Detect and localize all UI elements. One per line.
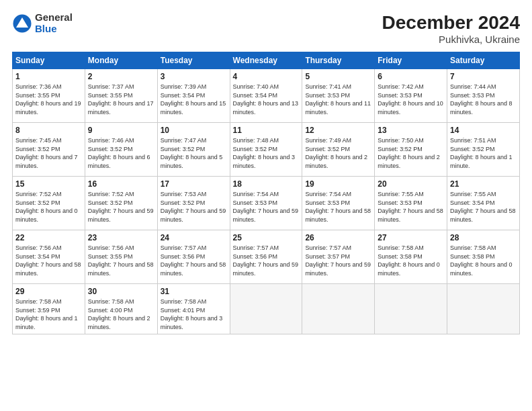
calendar-cell: 18 Sunrise: 7:54 AM Sunset: 3:53 PM Dayl… [230, 177, 302, 230]
day-info: Sunrise: 7:40 AM Sunset: 3:54 PM Dayligh… [233, 83, 300, 116]
calendar-cell: 21 Sunrise: 7:55 AM Sunset: 3:54 PM Dayl… [447, 177, 520, 230]
calendar-cell: 1 Sunrise: 7:36 AM Sunset: 3:55 PM Dayli… [13, 69, 85, 123]
day-info: Sunrise: 7:56 AM Sunset: 3:54 PM Dayligh… [15, 244, 82, 277]
day-info: Sunrise: 7:58 AM Sunset: 3:58 PM Dayligh… [450, 244, 517, 277]
day-number: 17 [161, 179, 227, 189]
day-number: 26 [305, 233, 371, 242]
calendar-cell: 3 Sunrise: 7:39 AM Sunset: 3:54 PM Dayli… [157, 69, 230, 123]
day-number: 11 [233, 126, 300, 135]
col-saturday: Saturday [447, 52, 520, 69]
calendar-cell: 31 Sunrise: 7:58 AM Sunset: 4:01 PM Dayl… [157, 284, 230, 334]
day-info: Sunrise: 7:42 AM Sunset: 3:53 PM Dayligh… [378, 83, 444, 116]
day-info: Sunrise: 7:55 AM Sunset: 3:54 PM Dayligh… [450, 190, 517, 224]
logo-icon [12, 13, 32, 34]
day-number: 22 [15, 233, 82, 242]
header: General Blue December 2024 Pukhivka, Ukr… [12, 12, 520, 45]
calendar-cell: 15 Sunrise: 7:52 AM Sunset: 3:52 PM Dayl… [13, 177, 85, 230]
calendar-cell: 13 Sunrise: 7:50 AM Sunset: 3:52 PM Dayl… [375, 123, 447, 177]
day-number: 15 [15, 179, 82, 189]
logo-text: General Blue [35, 12, 73, 34]
day-number: 30 [88, 287, 154, 296]
day-info: Sunrise: 7:41 AM Sunset: 3:53 PM Dayligh… [305, 83, 371, 116]
calendar-cell: 19 Sunrise: 7:54 AM Sunset: 3:53 PM Dayl… [302, 177, 375, 230]
day-number: 28 [450, 233, 517, 242]
day-number: 6 [378, 72, 444, 81]
calendar-cell: 22 Sunrise: 7:56 AM Sunset: 3:54 PM Dayl… [13, 230, 85, 284]
calendar-cell: 5 Sunrise: 7:41 AM Sunset: 3:53 PM Dayli… [302, 69, 375, 123]
calendar-cell: 7 Sunrise: 7:44 AM Sunset: 3:53 PM Dayli… [447, 69, 520, 123]
day-info: Sunrise: 7:46 AM Sunset: 3:52 PM Dayligh… [88, 136, 154, 170]
day-number: 7 [450, 72, 517, 81]
calendar-cell: 12 Sunrise: 7:49 AM Sunset: 3:52 PM Dayl… [302, 123, 375, 177]
calendar-cell: 24 Sunrise: 7:57 AM Sunset: 3:56 PM Dayl… [157, 230, 230, 284]
calendar-cell [447, 284, 520, 334]
calendar-cell: 25 Sunrise: 7:57 AM Sunset: 3:56 PM Dayl… [230, 230, 302, 284]
col-thursday: Thursday [302, 52, 375, 69]
day-info: Sunrise: 7:49 AM Sunset: 3:52 PM Dayligh… [305, 136, 371, 170]
col-wednesday: Wednesday [230, 52, 302, 69]
calendar-cell [302, 284, 375, 334]
day-info: Sunrise: 7:45 AM Sunset: 3:52 PM Dayligh… [15, 136, 82, 170]
day-info: Sunrise: 7:58 AM Sunset: 3:58 PM Dayligh… [378, 244, 444, 277]
logo-general: General [35, 12, 73, 24]
day-info: Sunrise: 7:37 AM Sunset: 3:55 PM Dayligh… [88, 83, 154, 116]
day-info: Sunrise: 7:47 AM Sunset: 3:52 PM Dayligh… [161, 136, 227, 170]
calendar-cell: 11 Sunrise: 7:48 AM Sunset: 3:52 PM Dayl… [230, 123, 302, 177]
day-number: 19 [305, 179, 371, 189]
calendar-cell [375, 284, 447, 334]
calendar-cell: 16 Sunrise: 7:52 AM Sunset: 3:52 PM Dayl… [85, 177, 157, 230]
calendar-cell: 2 Sunrise: 7:37 AM Sunset: 3:55 PM Dayli… [85, 69, 157, 123]
calendar-cell: 8 Sunrise: 7:45 AM Sunset: 3:52 PM Dayli… [13, 123, 85, 177]
day-number: 14 [450, 126, 517, 135]
day-number: 4 [233, 72, 300, 81]
day-info: Sunrise: 7:53 AM Sunset: 3:52 PM Dayligh… [161, 190, 227, 224]
day-number: 13 [378, 126, 444, 135]
day-number: 23 [88, 233, 154, 242]
title-block: December 2024 Pukhivka, Ukraine [382, 12, 520, 45]
calendar-cell: 30 Sunrise: 7:58 AM Sunset: 4:00 PM Dayl… [85, 284, 157, 334]
calendar-cell: 6 Sunrise: 7:42 AM Sunset: 3:53 PM Dayli… [375, 69, 447, 123]
calendar-cell: 23 Sunrise: 7:56 AM Sunset: 3:55 PM Dayl… [85, 230, 157, 284]
calendar-cell: 29 Sunrise: 7:58 AM Sunset: 3:59 PM Dayl… [13, 284, 85, 334]
col-monday: Monday [85, 52, 157, 69]
day-number: 24 [161, 233, 227, 242]
calendar-title: December 2024 [382, 12, 520, 34]
day-number: 8 [15, 126, 82, 135]
day-number: 31 [161, 287, 227, 296]
day-number: 20 [378, 179, 444, 189]
day-info: Sunrise: 7:44 AM Sunset: 3:53 PM Dayligh… [450, 83, 517, 116]
calendar-cell: 17 Sunrise: 7:53 AM Sunset: 3:52 PM Dayl… [157, 177, 230, 230]
day-info: Sunrise: 7:54 AM Sunset: 3:53 PM Dayligh… [233, 190, 300, 224]
calendar-cell: 10 Sunrise: 7:47 AM Sunset: 3:52 PM Dayl… [157, 123, 230, 177]
day-number: 3 [161, 72, 227, 81]
calendar-cell: 27 Sunrise: 7:58 AM Sunset: 3:58 PM Dayl… [375, 230, 447, 284]
calendar-table: Sunday Monday Tuesday Wednesday Thursday… [12, 52, 520, 334]
day-info: Sunrise: 7:57 AM Sunset: 3:56 PM Dayligh… [161, 244, 227, 277]
day-number: 25 [233, 233, 300, 242]
calendar-cell: 28 Sunrise: 7:58 AM Sunset: 3:58 PM Dayl… [447, 230, 520, 284]
day-number: 29 [15, 287, 82, 296]
calendar-cell [230, 284, 302, 334]
day-info: Sunrise: 7:58 AM Sunset: 4:00 PM Dayligh… [88, 298, 154, 331]
logo-blue: Blue [35, 24, 73, 35]
day-info: Sunrise: 7:57 AM Sunset: 3:57 PM Dayligh… [305, 244, 371, 277]
calendar-cell: 26 Sunrise: 7:57 AM Sunset: 3:57 PM Dayl… [302, 230, 375, 284]
day-info: Sunrise: 7:51 AM Sunset: 3:52 PM Dayligh… [450, 136, 517, 170]
calendar-cell: 4 Sunrise: 7:40 AM Sunset: 3:54 PM Dayli… [230, 69, 302, 123]
calendar-header-row: Sunday Monday Tuesday Wednesday Thursday… [13, 52, 520, 69]
calendar-cell: 14 Sunrise: 7:51 AM Sunset: 3:52 PM Dayl… [447, 123, 520, 177]
col-tuesday: Tuesday [157, 52, 230, 69]
day-number: 5 [305, 72, 371, 81]
page: General Blue December 2024 Pukhivka, Ukr… [0, 0, 532, 411]
day-info: Sunrise: 7:52 AM Sunset: 3:52 PM Dayligh… [88, 190, 154, 224]
day-number: 9 [88, 126, 154, 135]
day-number: 10 [161, 126, 227, 135]
day-info: Sunrise: 7:39 AM Sunset: 3:54 PM Dayligh… [161, 83, 227, 116]
day-info: Sunrise: 7:57 AM Sunset: 3:56 PM Dayligh… [233, 244, 300, 277]
calendar-subtitle: Pukhivka, Ukraine [382, 34, 520, 45]
col-friday: Friday [375, 52, 447, 69]
day-number: 2 [88, 72, 154, 81]
col-sunday: Sunday [13, 52, 85, 69]
day-info: Sunrise: 7:52 AM Sunset: 3:52 PM Dayligh… [15, 190, 82, 224]
day-info: Sunrise: 7:56 AM Sunset: 3:55 PM Dayligh… [88, 244, 154, 277]
